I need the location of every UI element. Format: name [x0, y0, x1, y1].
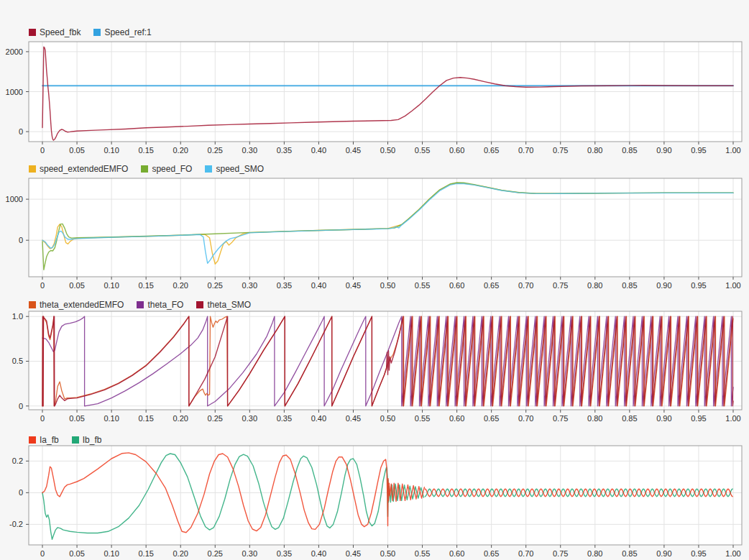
x-tick-label: 0.60 [449, 281, 464, 290]
legend-label: speed_FO [152, 164, 192, 174]
x-tick-label: 0.35 [277, 281, 292, 290]
y-tick-label: 1000 [6, 195, 23, 203]
x-tick-label: 0.25 [208, 549, 223, 558]
x-tick-label: 1.00 [725, 281, 740, 290]
legend-item-Speed_fbk: Speed_fbk [29, 27, 81, 37]
x-tick-label: 0.25 [208, 146, 223, 155]
x-tick-label: 0.20 [173, 414, 188, 423]
x-tick-label: 0.50 [380, 146, 395, 155]
x-tick-label: 0.95 [691, 281, 706, 290]
x-tick-label: 0.50 [380, 414, 395, 423]
x-tick-label: 0.90 [656, 281, 671, 290]
plot-area [29, 446, 742, 545]
plot-panel-2: 00.050.100.150.200.250.300.350.400.450.5… [6, 178, 742, 290]
legend-label: Ia_fb [40, 435, 59, 445]
x-tick-label: 1.00 [725, 146, 740, 155]
x-tick-label: 0.45 [346, 281, 361, 290]
legend-swatch [205, 165, 212, 173]
legend-label: Speed_fbk [40, 27, 81, 37]
x-tick-label: 0.50 [380, 281, 395, 290]
y-tick-label: 2000 [6, 47, 23, 56]
x-tick-label: 0.25 [208, 281, 223, 290]
legend-swatch [141, 165, 148, 173]
x-tick-label: 0.40 [311, 549, 326, 558]
x-tick-label: 0.45 [346, 414, 361, 423]
legend-plot1: Speed_fbkSpeed_ref:1 [29, 27, 152, 37]
x-tick-label: 0.50 [380, 549, 395, 558]
x-tick-label: 0.70 [518, 549, 533, 558]
x-tick-label: 0.75 [553, 414, 568, 423]
x-tick-label: 0.75 [553, 549, 568, 558]
legend-item-speed_extendedEMFO: speed_extendedEMFO [29, 164, 128, 174]
legend-swatch [93, 29, 101, 36]
x-tick-label: 0.60 [449, 549, 464, 558]
x-tick-label: 0.55 [415, 414, 430, 423]
legend-item-Ia_fb: Ia_fb [29, 435, 59, 445]
legend-item-speed_FO: speed_FO [141, 164, 192, 174]
x-tick-label: 0.30 [242, 146, 257, 155]
x-tick-label: 0.90 [656, 146, 671, 155]
legend-item-theta_SMO: theta_SMO [196, 300, 251, 310]
x-tick-label: 0.75 [553, 281, 568, 290]
legend-swatch [196, 301, 203, 308]
plot-panel-3: 00.050.100.150.200.250.300.350.400.450.5… [12, 311, 742, 423]
x-tick-label: 0 [40, 146, 45, 155]
legend-label: theta_extendedEMFO [40, 300, 124, 310]
legend-swatch [29, 301, 36, 308]
y-tick-label: 0 [19, 127, 23, 136]
x-tick-label: 0.05 [69, 414, 84, 423]
legend-label: Ib_fb [83, 435, 102, 445]
x-tick-label: 0.25 [208, 414, 223, 423]
x-tick-label: 1.00 [725, 414, 740, 423]
y-tick-label: 1.0 [12, 312, 23, 321]
x-tick-label: 0.20 [173, 549, 188, 558]
x-tick-label: 0.10 [104, 281, 119, 290]
x-tick-label: 0.90 [656, 414, 671, 423]
x-tick-label: 0 [40, 549, 45, 558]
x-tick-label: 0.65 [484, 414, 499, 423]
y-tick-label: -0.2 [9, 520, 23, 528]
x-tick-label: 0.70 [518, 146, 533, 155]
x-tick-label: 0.10 [104, 414, 119, 423]
x-tick-label: 0.85 [622, 549, 637, 558]
y-tick-label: 0.5 [12, 357, 23, 365]
legend-item-theta_FO: theta_FO [137, 300, 183, 310]
x-tick-label: 0.90 [656, 549, 671, 558]
x-tick-label: 0.45 [346, 146, 361, 155]
legend-item-speed_SMO: speed_SMO [205, 164, 264, 174]
x-tick-label: 0.05 [69, 549, 84, 558]
plot-canvas[interactable]: 00.050.100.150.200.250.300.350.400.450.5… [0, 0, 749, 560]
x-tick-label: 0.85 [622, 281, 637, 290]
x-tick-label: 0.65 [484, 146, 499, 155]
legend-label: theta_SMO [207, 300, 251, 310]
x-tick-label: 0.40 [311, 146, 326, 155]
x-tick-label: 0.60 [449, 414, 464, 423]
x-tick-label: 0.30 [242, 281, 257, 290]
x-tick-label: 0.55 [415, 549, 430, 558]
x-tick-label: 0.40 [311, 281, 326, 290]
x-tick-label: 0.95 [691, 549, 706, 558]
legend-swatch [29, 165, 36, 173]
x-tick-label: 0.20 [173, 281, 188, 290]
x-tick-label: 0.15 [138, 414, 153, 423]
y-tick-label: 0 [19, 402, 23, 410]
x-tick-label: 0.15 [138, 549, 153, 558]
x-tick-label: 0.10 [104, 549, 119, 558]
x-tick-label: 0.60 [449, 146, 464, 155]
x-tick-label: 0.80 [587, 414, 602, 423]
y-tick-label: 0 [19, 488, 23, 497]
x-tick-label: 0.55 [415, 281, 430, 290]
x-tick-label: 0.95 [691, 146, 706, 155]
legend-plot4: Ia_fbIb_fb [29, 435, 101, 445]
x-tick-label: 0.75 [553, 146, 568, 155]
x-tick-label: 0.55 [415, 146, 430, 155]
legend-item-theta_extendedEMFO: theta_extendedEMFO [29, 300, 124, 310]
x-tick-label: 0.80 [587, 549, 602, 558]
legend-label: theta_FO [147, 300, 183, 310]
plot-panel-4: 00.050.100.150.200.250.300.350.400.450.5… [9, 446, 742, 558]
x-tick-label: 1.00 [725, 549, 740, 558]
legend-label: Speed_ref:1 [104, 27, 151, 37]
x-tick-label: 0.95 [691, 414, 706, 423]
x-tick-label: 0.15 [138, 281, 153, 290]
legend-swatch [137, 301, 144, 308]
